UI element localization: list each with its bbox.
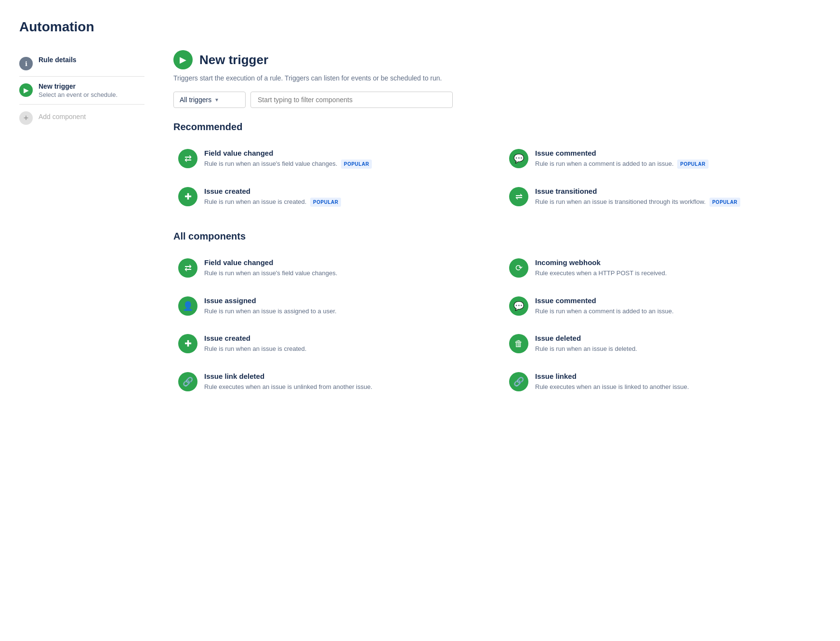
recommended-section: Recommended ⇄ Field value changed Rule i… [173, 121, 821, 214]
card-desc: Rule is run when an issue's field value … [204, 159, 372, 169]
card-issue-commented-rec[interactable]: 💬 Issue commented Rule is run when a com… [504, 142, 821, 175]
card-field-value-changed-rec[interactable]: ⇄ Field value changed Rule is run when a… [173, 142, 490, 175]
main-subtitle: Triggers start the execution of a rule. … [173, 74, 821, 82]
card-issue-created-rec[interactable]: ✚ Issue created Rule is run when an issu… [173, 180, 490, 214]
main-content: ▶ New trigger Triggers start the executi… [164, 50, 821, 415]
card-issue-created-all[interactable]: ✚ Issue created Rule is run when an issu… [173, 327, 490, 361]
card-title: Issue created [204, 334, 306, 342]
card-incoming-webhook[interactable]: ⟳ Incoming webhook Rule executes when a … [504, 252, 821, 285]
card-title: Field value changed [204, 258, 337, 267]
comment-plus-icon: 💬 [509, 149, 528, 168]
trash-icon: 🗑 [509, 334, 528, 353]
sidebar-new-trigger-label: New trigger [39, 82, 118, 90]
sidebar-item-rule-details[interactable]: ℹ Rule details [19, 50, 144, 77]
filter-input[interactable] [250, 92, 453, 108]
sidebar-rule-details-label: Rule details [39, 56, 77, 64]
all-components-section: All components ⇄ Field value changed Rul… [173, 231, 821, 398]
card-title: Issue created [204, 187, 341, 195]
plus-icon: ✚ [178, 187, 197, 206]
filter-row: All triggers ▾ [173, 92, 821, 108]
card-desc: Rule is run when a comment is added to a… [535, 307, 674, 316]
card-title: Issue assigned [204, 296, 337, 305]
card-title: Field value changed [204, 149, 372, 157]
card-desc: Rule executes when a HTTP POST is receiv… [535, 268, 667, 278]
card-desc: Rule is run when a comment is added to a… [535, 159, 709, 169]
card-issue-transitioned-rec[interactable]: ⇌ Issue transitioned Rule is run when an… [504, 180, 821, 214]
card-desc: Rule is run when an issue's field value … [204, 268, 337, 278]
link-broken-icon: 🔗 [178, 372, 197, 391]
card-desc: Rule is run when an issue is created. [204, 344, 306, 354]
card-title: Incoming webhook [535, 258, 667, 267]
trigger-play-icon: ▶ [173, 50, 193, 69]
card-title: Issue commented [535, 149, 709, 157]
card-desc: Rule is run when an issue is created. PO… [204, 197, 341, 207]
card-issue-assigned[interactable]: 👤 Issue assigned Rule is run when an iss… [173, 290, 490, 323]
recommended-cards-grid: ⇄ Field value changed Rule is run when a… [173, 142, 821, 214]
card-issue-linked[interactable]: 🔗 Issue linked Rule executes when an iss… [504, 365, 821, 399]
comment-icon: 💬 [509, 296, 528, 316]
plus-circle-icon: + [19, 111, 33, 125]
popular-badge: POPULAR [677, 160, 708, 169]
play-icon: ▶ [19, 83, 33, 97]
card-desc: Rule executes when an issue is linked to… [535, 382, 689, 392]
page-title: Automation [19, 19, 821, 35]
trigger-type-dropdown[interactable]: All triggers ▾ [173, 92, 246, 108]
sidebar-add-component-label: Add component [39, 113, 86, 120]
card-issue-link-deleted[interactable]: 🔗 Issue link deleted Rule executes when … [173, 365, 490, 399]
swap-icon: ⇄ [178, 258, 197, 278]
card-field-value-changed-all[interactable]: ⇄ Field value changed Rule is run when a… [173, 252, 490, 285]
dropdown-label: All triggers [180, 96, 211, 104]
sidebar-item-add-component[interactable]: + Add component [19, 105, 144, 131]
transition-icon: ⇌ [509, 187, 528, 206]
card-title: Issue commented [535, 296, 674, 305]
popular-badge: POPULAR [310, 198, 341, 207]
swap-icon: ⇄ [178, 149, 197, 168]
popular-badge: POPULAR [341, 160, 372, 169]
plus-icon: ✚ [178, 334, 197, 353]
recommended-section-title: Recommended [173, 121, 821, 133]
info-icon: ℹ [19, 57, 33, 70]
card-issue-deleted[interactable]: 🗑 Issue deleted Rule is run when an issu… [504, 327, 821, 361]
sidebar-item-new-trigger[interactable]: ▶ New trigger Select an event or schedul… [19, 77, 144, 105]
all-components-section-title: All components [173, 231, 821, 242]
card-title: Issue deleted [535, 334, 637, 342]
card-title: Issue link deleted [204, 372, 372, 380]
card-issue-commented-all[interactable]: 💬 Issue commented Rule is run when a com… [504, 290, 821, 323]
card-desc: Rule is run when an issue is deleted. [535, 344, 637, 354]
card-desc: Rule is run when an issue is transitione… [535, 197, 740, 207]
link-icon: 🔗 [509, 372, 528, 391]
all-components-cards-grid: ⇄ Field value changed Rule is run when a… [173, 252, 821, 398]
popular-badge: POPULAR [709, 198, 740, 207]
sidebar: ℹ Rule details ▶ New trigger Select an e… [19, 50, 164, 415]
card-title: Issue linked [535, 372, 689, 380]
card-desc: Rule executes when an issue is unlinked … [204, 382, 372, 392]
main-header: ▶ New trigger [173, 50, 821, 69]
card-desc: Rule is run when an issue is assigned to… [204, 307, 337, 316]
person-icon: 👤 [178, 296, 197, 316]
card-title: Issue transitioned [535, 187, 740, 195]
sidebar-new-trigger-sublabel: Select an event or schedule. [39, 91, 118, 98]
main-title: New trigger [199, 53, 268, 67]
webhook-icon: ⟳ [509, 258, 528, 278]
chevron-down-icon: ▾ [215, 96, 218, 103]
